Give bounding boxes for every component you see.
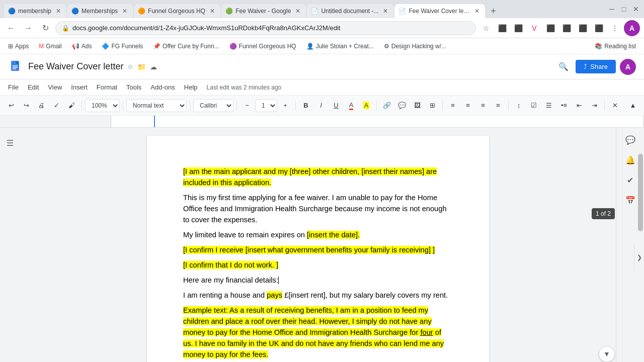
docs-page-container[interactable]: [I am the main applicant and my [three] …: [20, 128, 616, 362]
separator-9: [604, 101, 605, 111]
link-button[interactable]: 🔗: [380, 99, 394, 113]
extension-icon-3[interactable]: V: [527, 21, 541, 35]
tab-funnel[interactable]: 🟠 Funnel Gorgeous HQ ✕: [134, 4, 220, 18]
new-tab-button[interactable]: +: [486, 4, 500, 18]
chrome-avatar[interactable]: A: [624, 20, 640, 36]
extension-icon-6[interactable]: ⬛: [576, 21, 590, 35]
menu-insert[interactable]: Insert: [67, 81, 92, 93]
align-right-button[interactable]: ≡: [476, 99, 490, 113]
menu-tools[interactable]: Tools: [122, 81, 145, 93]
back-button[interactable]: ←: [4, 21, 18, 35]
menu-view[interactable]: View: [44, 81, 66, 93]
bookmark-reading-list[interactable]: 📚 Reading list: [591, 42, 640, 51]
close-button[interactable]: ✕: [632, 5, 640, 13]
paragraph-5-text: [I confirm that I do not work. ]: [183, 261, 278, 269]
tab-close-fee-waiver-cover[interactable]: ✕: [473, 7, 481, 15]
docs-avatar[interactable]: A: [620, 59, 636, 75]
text-color-button[interactable]: A: [344, 99, 358, 113]
increase-indent-button[interactable]: ⇥: [587, 99, 601, 113]
more-format-button[interactable]: ▲: [626, 99, 640, 113]
tab-memberships[interactable]: 🔵 Memberships ✕: [67, 4, 133, 18]
bookmark-offer-cure[interactable]: 📌 Offer Cure by Funn...: [149, 42, 223, 51]
refresh-button[interactable]: ↻: [38, 21, 52, 35]
tab-close-membership[interactable]: ✕: [54, 7, 62, 15]
bookmark-fg-funnels[interactable]: 🔷 FG Funnels: [98, 42, 147, 51]
print-button[interactable]: 🖨: [34, 99, 48, 113]
font-size-select[interactable]: 11: [255, 99, 277, 112]
tab-membership[interactable]: 🔵 membership ✕: [4, 4, 66, 18]
bookmark-ads[interactable]: 📢 Ads: [68, 42, 96, 51]
menu-file[interactable]: File: [4, 81, 23, 93]
font-size-increase-button[interactable]: +: [278, 99, 292, 113]
zoom-select[interactable]: 100%: [85, 99, 120, 112]
style-select[interactable]: Normal text: [126, 99, 187, 112]
align-left-button[interactable]: ≡: [446, 99, 460, 113]
search-docs-icon[interactable]: 🔍: [555, 59, 572, 75]
page-nav-down-button[interactable]: ▼: [599, 346, 615, 362]
text-cursor: [278, 277, 279, 284]
undo-button[interactable]: ↩: [4, 99, 18, 113]
tab-fee-waiver[interactable]: 🟢 Fee Waiver - Google ✕: [221, 4, 306, 18]
calendar-panel-icon[interactable]: 📅: [622, 192, 638, 208]
bookmark-apps[interactable]: ⊞ Apps: [4, 42, 33, 51]
tab-close-fee-waiver[interactable]: ✕: [294, 7, 302, 15]
maximize-button[interactable]: □: [620, 5, 628, 13]
docs-cloud-icon[interactable]: ☁: [150, 63, 157, 71]
tab-untitled[interactable]: 📄 Untitled document -... ✕: [307, 4, 393, 18]
align-justify-button[interactable]: ≡: [491, 99, 505, 113]
bookmark-design-hacking[interactable]: ⚙ Design Hacking w/...: [380, 42, 450, 51]
image-button[interactable]: 🖼: [410, 99, 424, 113]
menu-edit[interactable]: Edit: [24, 81, 43, 93]
comments-panel-icon[interactable]: 💬: [622, 132, 638, 148]
share-icon: ⤴: [584, 63, 587, 70]
spell-check-button[interactable]: ✓: [49, 99, 63, 113]
underline-button[interactable]: U: [329, 99, 343, 113]
extension-icon-5[interactable]: ⬛: [559, 21, 574, 35]
tasks-panel-icon[interactable]: ✔: [622, 172, 638, 188]
notifications-panel-icon[interactable]: 🔔: [622, 152, 638, 168]
outline-toggle-button[interactable]: ☰: [3, 136, 17, 150]
comment-button[interactable]: 💬: [395, 99, 409, 113]
extension-icon-7[interactable]: ⬛: [592, 21, 606, 35]
menu-help[interactable]: Help: [180, 81, 202, 93]
bold-button[interactable]: B: [299, 99, 313, 113]
table-button[interactable]: ⊞: [425, 99, 439, 113]
bookmark-reading-list-label: Reading list: [604, 43, 636, 50]
bookmark-funnel-gorgeous[interactable]: 🟣 Funnel Gorgeous HQ: [225, 42, 300, 51]
minimize-button[interactable]: ─: [608, 5, 616, 13]
share-button[interactable]: ⤴ Share: [576, 60, 616, 73]
docs-star-icon[interactable]: ☆: [127, 63, 133, 70]
redo-button[interactable]: ↪: [19, 99, 33, 113]
extension-icon-4[interactable]: ⬛: [543, 21, 557, 35]
tab-close-memberships[interactable]: ✕: [121, 7, 129, 15]
bookmark-star-icon[interactable]: ☆: [479, 21, 493, 35]
font-select[interactable]: Calibri: [193, 99, 233, 112]
chrome-menu-icon[interactable]: ⋮: [608, 21, 622, 35]
expand-right-panel-button[interactable]: ❯: [634, 242, 644, 273]
clear-formatting-button[interactable]: ✕: [608, 99, 622, 113]
highlight-color-button[interactable]: A: [359, 99, 373, 113]
extension-icon-1[interactable]: ⬛: [495, 21, 509, 35]
extension-icon-2[interactable]: ⬛: [511, 21, 525, 35]
tab-close-funnel[interactable]: ✕: [208, 7, 216, 15]
bulleted-list-button[interactable]: •≡: [557, 99, 571, 113]
align-center-button[interactable]: ≡: [461, 99, 475, 113]
menu-addons[interactable]: Add-ons: [146, 81, 179, 93]
paint-format-button[interactable]: 🖌: [64, 99, 78, 113]
font-size-decrease-button[interactable]: −: [240, 99, 254, 113]
tab-close-untitled[interactable]: ✕: [381, 7, 389, 15]
menu-format[interactable]: Format: [93, 81, 121, 93]
docs-folder-icon[interactable]: 📁: [137, 63, 146, 71]
address-bar[interactable]: 🔒 docs.google.com/document/d/1-Z4x-juGJO…: [55, 21, 476, 35]
tab-fee-waiver-cover[interactable]: 📄 Fee Waiver Cover lett... ✕: [394, 4, 485, 18]
italic-button[interactable]: I: [314, 99, 328, 113]
line-spacing-button[interactable]: ↕: [512, 99, 526, 113]
bookmark-gmail[interactable]: M Gmail: [35, 42, 65, 51]
decrease-indent-button[interactable]: ⇤: [572, 99, 586, 113]
scrollbar-thumb[interactable]: [638, 154, 643, 232]
forward-button[interactable]: →: [21, 21, 35, 35]
checklist-button[interactable]: ☑: [527, 99, 541, 113]
browser-tabs: 🔵 membership ✕ 🔵 Memberships ✕ 🟠 Funnel …: [4, 0, 606, 18]
bookmark-julie[interactable]: 👤 Julie Stoian + Creat...: [302, 42, 378, 51]
numbered-list-button[interactable]: ☰: [542, 99, 556, 113]
